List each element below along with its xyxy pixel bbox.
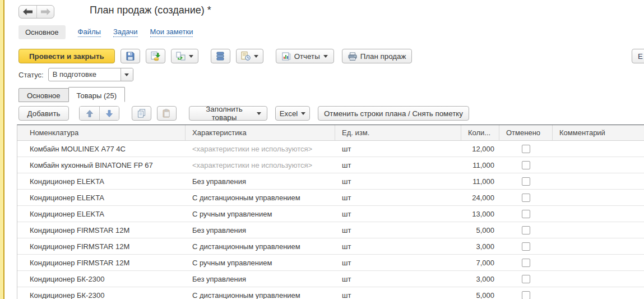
cell-quantity[interactable]: 3,000 [461,238,499,254]
cell-unit[interactable]: шт [335,271,461,287]
status-value[interactable]: В подготовке [49,68,121,81]
cell-nomenclature[interactable]: Комбайн кухонный BINATONE FP 67 [17,157,186,173]
cell-characteristic[interactable]: Без управления [186,271,335,287]
cell-characteristic[interactable]: С дистанционным управлением [186,238,335,254]
cell-characteristic[interactable]: С ручным управлением [186,255,335,270]
nav-item-tasks[interactable]: Задачи [113,27,138,37]
paste-row-button[interactable] [157,106,177,121]
cell-quantity[interactable]: 3,000 [461,271,499,287]
cell-unit[interactable]: шт [335,255,461,270]
excel-button[interactable]: Excel [275,106,310,121]
cancelled-checkbox[interactable] [522,226,530,234]
cell-unit[interactable]: шт [335,287,461,299]
table-row[interactable]: Кондиционер ELEKTA С дистанционным управ… [17,190,644,206]
cell-characteristic[interactable]: С дистанционным управлением [186,190,335,205]
cell-characteristic[interactable]: Без управления [186,173,335,189]
cancelled-checkbox[interactable] [522,161,530,169]
back-button[interactable] [19,6,36,18]
nav-item-main[interactable]: Основное [18,25,66,39]
nav-item-notes[interactable]: Мои заметки [150,27,193,37]
table-row[interactable]: Комбайн MOULINEX А77 4С <характеристики … [17,141,644,157]
cell-nomenclature[interactable]: Кондиционер FIRMSTAR 12M [17,255,186,270]
create-based-on-button[interactable] [171,49,198,63]
register-records-button[interactable] [211,49,230,63]
cell-comment[interactable] [553,141,644,157]
cell-characteristic[interactable]: <характеристики не используются> [186,141,335,157]
cell-quantity[interactable]: 11,000 [461,157,499,173]
table-row[interactable]: Кондиционер ELEKTA Без управления шт 11,… [17,173,644,190]
cell-comment[interactable] [553,206,644,222]
cell-quantity[interactable]: 13,000 [461,206,499,222]
cell-characteristic[interactable]: Без управления [186,222,335,238]
table-row[interactable]: Кондиционер FIRMSTAR 12M Без управления … [17,222,644,238]
cell-quantity[interactable]: 11,000 [461,173,499,189]
cancelled-checkbox[interactable] [522,275,530,283]
cancelled-checkbox[interactable] [522,145,530,153]
header-nomenclature[interactable]: Номенклатура [17,125,186,140]
cell-characteristic[interactable]: <характеристики не используются> [186,157,335,173]
cell-comment[interactable] [553,287,644,299]
more-actions-button[interactable]: Е [632,49,644,63]
add-row-button[interactable]: Добавить [18,106,69,121]
cancelled-checkbox[interactable] [522,291,530,299]
cell-comment[interactable] [553,173,644,189]
cell-characteristic[interactable]: С ручным управлением [186,206,335,222]
cell-nomenclature[interactable]: Кондиционер БК-2300 [17,271,186,287]
table-row[interactable]: Кондиционер FIRMSTAR 12M С ручным управл… [17,255,644,271]
cell-unit[interactable]: шт [335,141,461,157]
nav-item-files[interactable]: Файлы [78,27,101,37]
table-row[interactable]: Кондиционер БК-2300 Без управления шт 3,… [17,271,644,287]
cell-comment[interactable] [553,255,644,270]
cancel-plan-lines-button[interactable]: Отменить строки плана / Снять пометку [318,106,469,121]
status-combobox[interactable]: В подготовке [48,68,133,81]
copy-row-button[interactable] [132,106,151,121]
header-quantity[interactable]: Коли... [461,125,499,140]
cell-nomenclature[interactable]: Кондиционер ELEKTA [17,173,186,189]
tab-goods[interactable]: Товары (25) [68,87,125,102]
cell-nomenclature[interactable]: Кондиционер ELEKTA [17,190,186,205]
cell-comment[interactable] [553,238,644,254]
post-and-close-button[interactable]: Провести и закрыть [18,49,115,63]
cell-nomenclature[interactable]: Кондиционер FIRMSTAR 12M [17,222,186,238]
document-history-button[interactable] [236,49,263,63]
cell-nomenclature[interactable]: Кондиционер БК-2300 [17,287,186,299]
cell-comment[interactable] [553,222,644,238]
cell-quantity[interactable]: 5,000 [461,222,499,238]
cell-nomenclature[interactable]: Комбайн MOULINEX А77 4С [17,141,186,157]
cell-unit[interactable]: шт [335,173,461,189]
move-up-button[interactable] [80,107,99,120]
cell-nomenclature[interactable]: Кондиционер ELEKTA [17,206,186,222]
header-characteristic[interactable]: Характеристика [186,125,335,140]
cell-quantity[interactable]: 5,000 [461,287,499,299]
cell-comment[interactable] [553,271,644,287]
cancelled-checkbox[interactable] [522,177,530,186]
cell-unit[interactable]: шт [335,238,461,254]
reports-button[interactable]: Отчеты [276,49,334,63]
cell-quantity[interactable]: 12,000 [461,141,499,157]
cell-quantity[interactable]: 7,000 [461,255,499,270]
table-row[interactable]: Комбайн кухонный BINATONE FP 67 <характе… [17,157,644,173]
fill-goods-button[interactable]: Заполнить товары [189,106,267,121]
cell-nomenclature[interactable]: Кондиционер FIRMSTAR 12M [17,238,186,254]
table-row[interactable]: Кондиционер FIRMSTAR 12M С дистанционным… [17,238,644,255]
cell-quantity[interactable]: 24,000 [461,190,499,205]
post-document-button[interactable] [146,49,165,63]
cancelled-checkbox[interactable] [522,259,530,267]
cell-comment[interactable] [553,157,644,173]
tab-main[interactable]: Основное [18,88,69,102]
forward-button[interactable] [36,6,54,18]
cell-unit[interactable]: шт [335,206,461,222]
move-down-button[interactable] [99,107,119,120]
cancelled-checkbox[interactable] [522,242,530,251]
header-cancelled[interactable]: Отменено [499,125,553,140]
cell-unit[interactable]: шт [335,222,461,238]
print-plan-button[interactable]: План продаж [342,49,413,63]
header-comment[interactable]: Комментарий [553,125,644,140]
cell-characteristic[interactable]: С дистанционным управлением [186,287,335,299]
cancelled-checkbox[interactable] [522,210,530,218]
save-button[interactable] [121,49,140,63]
cancelled-checkbox[interactable] [522,194,530,202]
cell-comment[interactable] [553,190,644,205]
status-dropdown-button[interactable] [121,68,133,81]
header-unit[interactable]: Ед. изм. [335,125,461,140]
